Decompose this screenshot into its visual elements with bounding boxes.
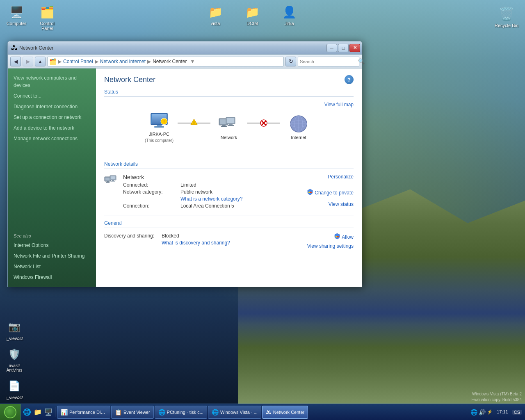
vista-folder-icon: 📁 — [207, 4, 224, 20]
desktop-icon-jirka[interactable]: 👤 Jirka — [275, 2, 304, 27]
status-area: View full map — [104, 102, 354, 151]
pctuning-icon: 🌐 — [158, 409, 165, 415]
sidebar-item-internet-options[interactable]: Internet Options — [8, 240, 96, 251]
network-center-task-label: Network Center — [273, 410, 304, 415]
taskbar-item-pctuning[interactable]: 🌐 PCtuning - tisk c... — [155, 406, 207, 419]
connector-1: ! — [178, 123, 210, 123]
minimize-button[interactable]: ─ — [326, 44, 337, 52]
what-is-network-category-link[interactable]: What is a network category? — [180, 196, 242, 202]
vista-version-line1: Windows Vista (TM) Beta 2 — [471, 391, 522, 397]
breadcrumb-network-center: Network Center — [153, 59, 187, 64]
iview32-bottom-icon: 📷 — [6, 319, 23, 335]
change-to-private-link[interactable]: Change to private — [315, 190, 354, 196]
up-button[interactable]: ▲ — [35, 57, 46, 66]
jirka-pc-sublabel: (This computer) — [145, 138, 173, 143]
sidebar-item-connect-to[interactable]: Connect to... — [8, 91, 96, 101]
svg-rect-11 — [222, 125, 226, 126]
window-icon: 🖧 — [11, 44, 18, 52]
jirka-icon: 👤 — [281, 4, 297, 20]
view-full-map-link[interactable]: View full map — [104, 102, 354, 107]
start-button[interactable] — [0, 404, 21, 420]
internet-node-label: Internet — [291, 135, 306, 140]
sidebar-item-diagnose[interactable]: Diagnose Internet connection — [8, 101, 96, 112]
view-status-link[interactable]: View status — [329, 201, 354, 207]
svg-point-36 — [337, 236, 339, 237]
search-icon[interactable]: 🔍 — [358, 58, 365, 64]
tray-volume-icon[interactable]: 🔊 — [479, 409, 486, 415]
language-indicator[interactable]: CS — [512, 410, 522, 415]
desktop-icon-avast[interactable]: 🛡️ avast!Antivirus — [2, 345, 27, 374]
net-node-internet: Internet — [280, 115, 317, 140]
ql-folder-icon[interactable]: 📁 — [33, 407, 43, 417]
window-title-text: Network Center — [19, 45, 326, 51]
breadcrumb-network-internet[interactable]: Network and Internet — [100, 59, 146, 64]
taskbar-items: 📊 Performance Dia... 📋 Event Viewer 🌐 PC… — [55, 406, 467, 419]
desktop-icon-dcim[interactable]: 📁 DCIM — [238, 2, 267, 27]
taskbar: 🌐 📁 🖥️ 📊 Performance Dia... 📋 Event View… — [0, 404, 525, 420]
general-section-title: General — [104, 220, 354, 228]
event-viewer-icon: 📋 — [115, 409, 122, 415]
taskbar-item-perf-diag[interactable]: 📊 Performance Dia... — [57, 406, 110, 419]
avast-label: avast!Antivirus — [7, 363, 22, 372]
taskbar-item-windows-vista[interactable]: 🌐 Windows Vista - ... — [208, 406, 261, 419]
ql-monitor-icon[interactable]: 🖥️ — [43, 407, 53, 417]
refresh-button[interactable]: ↻ — [285, 57, 296, 66]
separator-1 — [104, 156, 354, 156]
tray-power-icon[interactable]: ⚡ — [487, 409, 493, 415]
dcim-label: DCIM — [247, 21, 258, 26]
back-button[interactable]: ◀ — [10, 57, 21, 66]
desktop-icons-top-left: 🖥️ Computer 🗂️ Control Panel — [2, 2, 62, 32]
breadcrumb-dropdown[interactable]: ▼ — [190, 59, 195, 64]
desktop-icon-iview32-bottom[interactable]: 📷 i_view32 — [2, 317, 27, 342]
vista-version-text: Windows Vista (TM) Beta 2 Evaluation cop… — [471, 391, 522, 403]
svg-text:!: ! — [163, 119, 164, 124]
warning-icon: ! — [190, 119, 198, 126]
sidebar-item-add-device[interactable]: Add a device to the network — [8, 123, 96, 133]
breadcrumb-control-panel[interactable]: Control Panel — [63, 59, 93, 64]
breadcrumb: 🗂️ ▶ Control Panel ▶ Network and Interne… — [47, 57, 284, 66]
help-button[interactable]: ? — [345, 75, 354, 84]
computer-icon: 🖥️ — [8, 4, 25, 20]
desktop: 🖥️ Computer 🗂️ Control Panel 📁 vista 📁 D… — [0, 0, 525, 420]
close-button[interactable]: ✕ — [349, 44, 360, 52]
sidebar-item-network-list[interactable]: Network List — [8, 261, 96, 272]
desktop-icon-control-panel[interactable]: 🗂️ Control Panel — [33, 2, 62, 32]
breadcrumb-sep-2: ▶ — [147, 59, 151, 64]
sidebar-item-manage-connections[interactable]: Manage network connections — [8, 133, 96, 144]
sidebar-item-network-file-printer[interactable]: Network File and Printer Sharing — [8, 251, 96, 261]
sidebar-item-setup-connection[interactable]: Set up a connection or network — [8, 112, 96, 123]
forward-button[interactable]: ▶ — [23, 57, 33, 66]
desktop-icons-top-center: 📁 vista 📁 DCIM 👤 Jirka — [201, 2, 304, 27]
network-card: Network Connected: Limited Network categ… — [104, 174, 354, 210]
view-sharing-settings-link[interactable]: View sharing settings — [307, 243, 354, 249]
control-panel-icon: 🗂️ — [39, 4, 55, 20]
network-card-icon — [104, 175, 118, 210]
desktop-icon-iview32-2[interactable]: 📄 i_view32 — [2, 376, 27, 402]
ql-ie-icon[interactable]: 🌐 — [22, 407, 32, 417]
clock[interactable]: 17:11 — [494, 409, 511, 415]
svg-rect-27 — [107, 181, 109, 182]
network-svg — [219, 115, 239, 132]
sidebar-item-view-network-computers[interactable]: View network computers and devices — [8, 73, 96, 91]
desktop-icon-computer[interactable]: 🖥️ Computer — [2, 2, 31, 32]
tray-network-icon[interactable]: 🌐 — [470, 409, 477, 415]
shield-svg — [307, 189, 313, 195]
connection-value: Local Area Connection 5 — [180, 203, 234, 209]
sidebar-item-windows-firewall[interactable]: Windows Firewall — [8, 272, 96, 283]
status-section-title: Status — [104, 89, 354, 97]
taskbar-item-network-center[interactable]: 🖧 Network Center — [262, 406, 308, 419]
allow-link[interactable]: Allow — [342, 234, 354, 240]
desktop-icon-vista[interactable]: 📁 vista — [201, 2, 230, 27]
svg-point-35 — [336, 236, 337, 237]
taskbar-item-event-viewer[interactable]: 📋 Event Viewer — [111, 406, 154, 419]
search-input[interactable] — [300, 59, 356, 64]
address-bar: ◀ ▶ ▲ 🗂️ ▶ Control Panel ▶ Network and I… — [8, 55, 362, 68]
maximize-button[interactable]: □ — [338, 44, 349, 52]
personalize-link[interactable]: Personalize — [328, 174, 354, 180]
category-value: Public network — [180, 189, 212, 195]
desktop-icon-recycle-bin[interactable]: 🗑️ Recycle Bin — [492, 4, 521, 30]
general-actions: Allow View sharing settings — [307, 233, 354, 249]
what-is-discovery-link[interactable]: What is discovery and sharing? — [162, 240, 230, 246]
connected-label: Connected: — [123, 182, 180, 188]
recycle-bin-label: Recycle Bin — [495, 23, 518, 28]
